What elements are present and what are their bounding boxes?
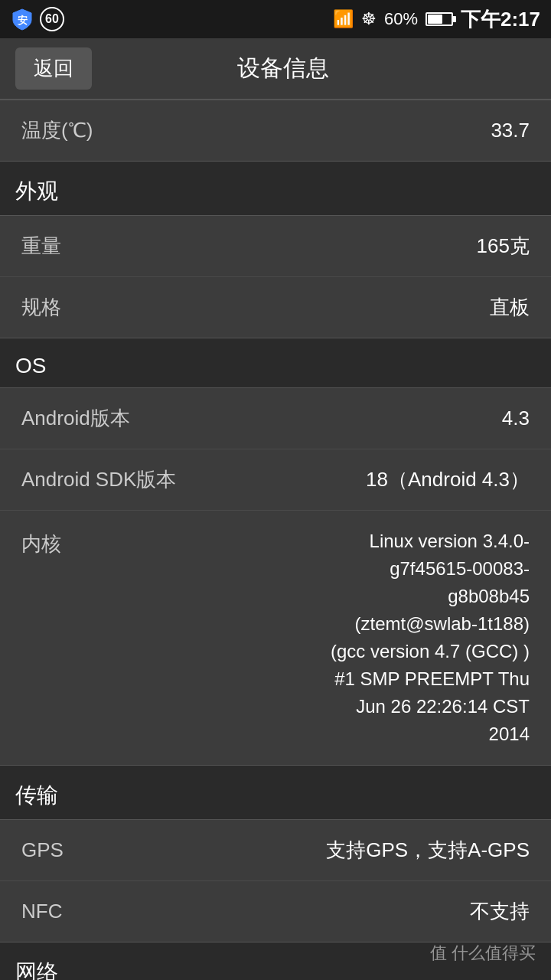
form-label: 规格 xyxy=(21,294,61,321)
sdk-version-value: 18（Android 4.3） xyxy=(366,466,530,493)
signal-icon: ☸ xyxy=(361,9,377,29)
kernel-label: 内核 xyxy=(21,528,61,557)
battery-percent: 60% xyxy=(384,9,418,29)
back-button[interactable]: 返回 xyxy=(15,47,92,90)
status-bar: 安 60 📶 ☸ 60% 下午2:17 xyxy=(0,0,551,38)
status-time: 下午2:17 xyxy=(461,6,540,33)
android-version-row: Android版本 4.3 xyxy=(0,388,551,449)
temp-value: 33.7 xyxy=(491,119,530,142)
page-title: 设备信息 xyxy=(92,53,474,84)
form-value: 直板 xyxy=(490,294,530,321)
content: 温度(℃) 33.7 外观 重量 165克 规格 直板 OS Android版本… xyxy=(0,100,551,980)
temp-row: 温度(℃) 33.7 xyxy=(0,100,551,161)
transfer-card: GPS 支持GPS，支持A-GPS NFC 不支持 xyxy=(0,819,551,942)
title-bar: 返回 设备信息 xyxy=(0,38,551,100)
shield-icon: 安 xyxy=(11,8,34,31)
nfc-value: 不支持 xyxy=(470,898,530,925)
status-bar-right: 📶 ☸ 60% 下午2:17 xyxy=(333,6,540,33)
os-header: OS xyxy=(0,338,551,387)
appearance-card: 重量 165克 规格 直板 xyxy=(0,215,551,338)
watermark: 值 什么值得买 xyxy=(430,942,536,965)
weight-value: 165克 xyxy=(477,233,530,260)
kernel-value: Linux version 3.4.0-g7f45615-00083-g8b08… xyxy=(331,528,530,748)
transfer-header: 传输 xyxy=(0,766,551,819)
battery-icon xyxy=(425,12,453,26)
kernel-row: 内核 Linux version 3.4.0-g7f45615-00083-g8… xyxy=(0,511,551,765)
nfc-label: NFC xyxy=(21,900,62,923)
sdk-version-row: Android SDK版本 18（Android 4.3） xyxy=(0,449,551,511)
sdk-version-label: Android SDK版本 xyxy=(21,466,176,493)
timer-badge: 60 xyxy=(40,7,64,31)
nfc-row: NFC 不支持 xyxy=(0,881,551,942)
svg-text:安: 安 xyxy=(17,15,28,26)
gps-row: GPS 支持GPS，支持A-GPS xyxy=(0,820,551,881)
temp-label: 温度(℃) xyxy=(21,117,93,144)
weight-label: 重量 xyxy=(21,233,61,260)
android-version-value: 4.3 xyxy=(502,407,530,430)
appearance-header: 外观 xyxy=(0,162,551,215)
weight-row: 重量 165克 xyxy=(0,216,551,277)
form-row: 规格 直板 xyxy=(0,277,551,338)
status-bar-left: 安 60 xyxy=(11,7,64,31)
wifi-icon: 📶 xyxy=(333,9,354,29)
os-card: Android版本 4.3 Android SDK版本 18（Android 4… xyxy=(0,387,551,766)
android-version-label: Android版本 xyxy=(21,405,130,432)
gps-value: 支持GPS，支持A-GPS xyxy=(326,837,530,864)
temp-card: 温度(℃) 33.7 xyxy=(0,100,551,162)
gps-label: GPS xyxy=(21,838,64,862)
